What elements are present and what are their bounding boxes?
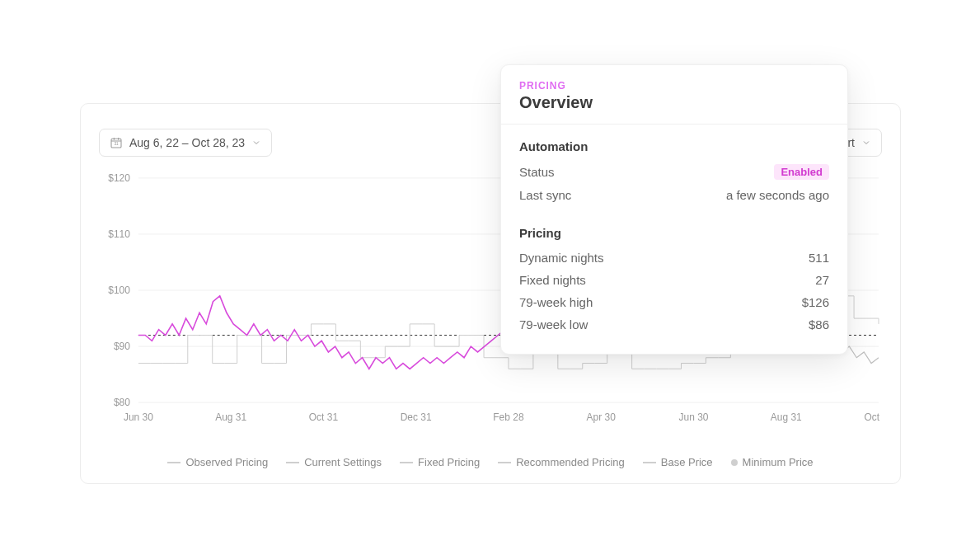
svg-text:Jun 30: Jun 30 <box>124 411 153 423</box>
panel-header: PRICING Overview <box>501 65 847 125</box>
legend-minimum-price[interactable]: Minimum Price <box>731 456 814 468</box>
legend-label: Recommended Pricing <box>516 456 625 468</box>
svg-text:$90: $90 <box>114 341 130 352</box>
date-range-picker[interactable]: 31 Aug 6, 22 – Oct 28, 23 <box>99 129 272 157</box>
svg-text:$120: $120 <box>108 172 130 184</box>
svg-text:Aug 31: Aug 31 <box>771 411 802 423</box>
last-sync-label: Last sync <box>519 188 571 202</box>
legend-label: Fixed Pricing <box>418 456 480 468</box>
week-high-value: $126 <box>802 295 829 309</box>
svg-text:Oct 31: Oct 31 <box>864 411 882 423</box>
svg-text:$110: $110 <box>108 228 130 240</box>
kv-week-high: 79-week high $126 <box>519 291 829 313</box>
chevron-down-icon <box>251 138 261 148</box>
swatch-line-icon <box>286 462 299 463</box>
swatch-line-icon <box>643 462 656 463</box>
week-low-value: $86 <box>809 317 829 331</box>
svg-text:$100: $100 <box>108 284 130 296</box>
swatch-line-icon <box>400 462 413 463</box>
swatch-dot-icon <box>731 459 738 466</box>
status-label: Status <box>519 165 555 179</box>
kv-status: Status Enabled <box>519 160 829 184</box>
svg-text:Feb 28: Feb 28 <box>493 411 524 423</box>
pricing-section: Pricing Dynamic nights 511 Fixed nights … <box>519 226 829 336</box>
kv-week-low: 79-week low $86 <box>519 313 829 336</box>
svg-text:$80: $80 <box>114 397 130 408</box>
fixed-nights-value: 27 <box>815 273 829 287</box>
legend-label: Minimum Price <box>743 456 814 468</box>
panel-eyebrow: PRICING <box>519 80 829 92</box>
dynamic-nights-value: 511 <box>809 251 829 265</box>
svg-text:Aug 31: Aug 31 <box>215 411 246 423</box>
chart-legend: Observed Pricing Current Settings Fixed … <box>99 456 882 468</box>
kv-last-sync: Last sync a few seconds ago <box>519 184 829 206</box>
svg-text:Apr 30: Apr 30 <box>587 411 617 423</box>
week-low-label: 79-week low <box>519 317 588 331</box>
kv-fixed-nights: Fixed nights 27 <box>519 269 829 291</box>
panel-title: Overview <box>519 93 829 112</box>
last-sync-value: a few seconds ago <box>726 188 829 202</box>
legend-label: Observed Pricing <box>185 456 268 468</box>
svg-text:31: 31 <box>114 142 119 146</box>
legend-observed-pricing[interactable]: Observed Pricing <box>167 456 268 468</box>
section-heading-automation: Automation <box>519 139 829 153</box>
legend-label: Base Price <box>661 456 713 468</box>
pricing-overview-panel: PRICING Overview Automation Status Enabl… <box>500 64 848 355</box>
calendar-icon: 31 <box>110 136 123 149</box>
swatch-line-icon <box>498 462 511 463</box>
dynamic-nights-label: Dynamic nights <box>519 251 604 265</box>
svg-text:Dec 31: Dec 31 <box>401 411 432 423</box>
legend-fixed-pricing[interactable]: Fixed Pricing <box>400 456 480 468</box>
legend-current-settings[interactable]: Current Settings <box>286 456 382 468</box>
legend-base-price[interactable]: Base Price <box>643 456 713 468</box>
panel-body: Automation Status Enabled Last sync a fe… <box>501 125 847 354</box>
section-heading-pricing: Pricing <box>519 226 829 240</box>
svg-text:Jun 30: Jun 30 <box>679 411 709 423</box>
week-high-label: 79-week high <box>519 295 593 309</box>
automation-section: Automation Status Enabled Last sync a fe… <box>519 139 829 206</box>
date-range-label: Aug 6, 22 – Oct 28, 23 <box>129 136 245 149</box>
chevron-down-icon <box>861 138 871 148</box>
kv-dynamic-nights: Dynamic nights 511 <box>519 247 829 269</box>
fixed-nights-label: Fixed nights <box>519 273 586 287</box>
swatch-line-icon <box>167 462 181 463</box>
legend-recommended-pricing[interactable]: Recommended Pricing <box>498 456 625 468</box>
svg-text:Oct 31: Oct 31 <box>309 411 339 423</box>
status-badge: Enabled <box>774 164 829 180</box>
legend-label: Current Settings <box>304 456 382 468</box>
